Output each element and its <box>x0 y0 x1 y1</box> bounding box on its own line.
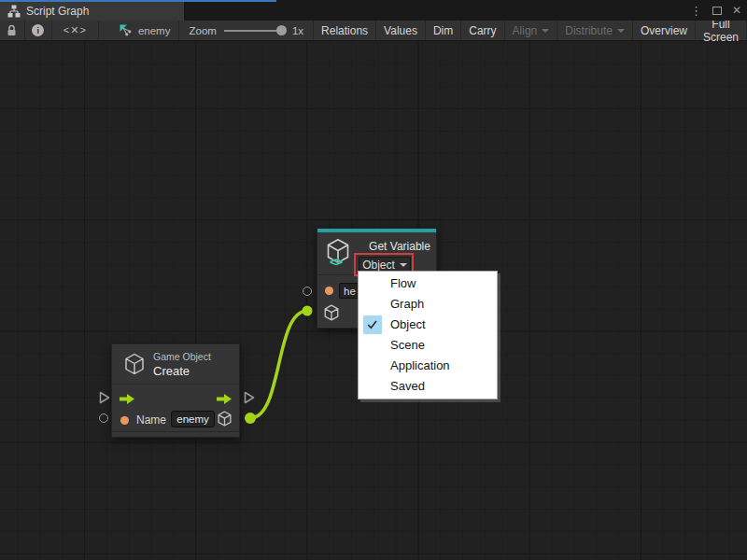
script-graph-icon <box>7 5 21 18</box>
node-create-game-object[interactable]: Game Object Create Name <box>111 343 240 438</box>
name-value-field[interactable] <box>171 411 215 427</box>
breadcrumb-graph-name: enemy <box>138 25 171 36</box>
graph-canvas[interactable]: <> Get Variable Object Game Object Creat… <box>0 41 747 560</box>
menu-item-graph[interactable]: Graph <box>359 294 497 315</box>
node-title: Get Variable <box>364 240 435 253</box>
relations-button[interactable]: Relations <box>314 21 376 40</box>
flow-input-port-triangle[interactable] <box>99 391 110 404</box>
code-preview-button[interactable]: <✕> <box>52 21 99 40</box>
zoom-slider-handle[interactable] <box>276 25 287 35</box>
node-title: Create <box>153 364 190 378</box>
tab-label: Script Graph <box>26 5 89 18</box>
menu-item-application[interactable]: Application <box>359 356 497 376</box>
full-screen-button[interactable]: Full Screen <box>696 21 747 40</box>
dim-button[interactable]: Dim <box>426 21 461 40</box>
maximize-icon[interactable] <box>712 7 722 15</box>
carry-button[interactable]: Carry <box>461 21 504 40</box>
graph-icon <box>120 24 133 37</box>
gameobject-output-cube-icon[interactable] <box>217 411 233 427</box>
distribute-button[interactable]: Distribute <box>557 21 633 40</box>
window-titlebar: Script Graph ⋮ ✕ <box>0 0 747 21</box>
variable-kind-menu: Flow Graph Object Scene Application Save… <box>358 271 498 399</box>
chevron-down-icon <box>542 29 549 33</box>
overview-button[interactable]: Overview <box>633 21 696 40</box>
graph-toolbar: i <✕> enemy Zoom 1x Relations Values Dim… <box>0 21 747 41</box>
variable-name-port-circle[interactable] <box>303 287 312 296</box>
zoom-slider[interactable] <box>224 30 285 32</box>
flow-input-arrow-icon[interactable] <box>120 394 134 404</box>
close-icon[interactable]: ✕ <box>732 5 741 16</box>
zoom-level: 1x <box>292 25 303 36</box>
tab-script-graph[interactable]: Script Graph <box>0 2 184 21</box>
align-button[interactable]: Align <box>505 21 558 40</box>
menu-item-saved[interactable]: Saved <box>359 376 497 397</box>
string-port-dot[interactable] <box>325 287 333 295</box>
window-menu-icon[interactable]: ⋮ <box>690 5 702 17</box>
game-object-cube-icon <box>123 353 146 375</box>
node-footer <box>112 431 239 437</box>
breadcrumb[interactable]: enemy <box>99 21 180 40</box>
menu-item-flow[interactable]: Flow <box>359 273 497 294</box>
lock-button[interactable] <box>0 21 25 40</box>
menu-item-object[interactable]: Object <box>359 315 497 335</box>
flow-output-port-triangle[interactable] <box>244 391 255 404</box>
get-variable-brackets-icon: <> <box>330 255 342 269</box>
values-button[interactable]: Values <box>376 21 426 40</box>
info-icon: i <box>32 24 44 36</box>
gameobject-output-port-dot <box>245 413 256 424</box>
gameobject-port-cube-icon[interactable] <box>323 304 340 321</box>
flow-output-arrow-icon[interactable] <box>217 394 232 404</box>
name-port-label: Name <box>136 413 166 427</box>
check-icon <box>363 315 382 334</box>
string-port-dot[interactable] <box>120 416 129 425</box>
chevron-down-icon <box>617 29 625 33</box>
zoom-label: Zoom <box>189 25 216 36</box>
name-input-port-circle[interactable] <box>99 413 108 423</box>
chevron-down-icon <box>400 263 407 267</box>
zoom-control: Zoom 1x <box>179 21 314 40</box>
lock-icon <box>7 24 17 36</box>
code-preview-icon: <✕> <box>63 24 87 36</box>
node-supertitle: Game Object <box>153 351 211 362</box>
info-button[interactable]: i <box>25 21 52 40</box>
menu-item-scene[interactable]: Scene <box>359 335 497 356</box>
gameobject-input-port-dot <box>303 306 313 316</box>
